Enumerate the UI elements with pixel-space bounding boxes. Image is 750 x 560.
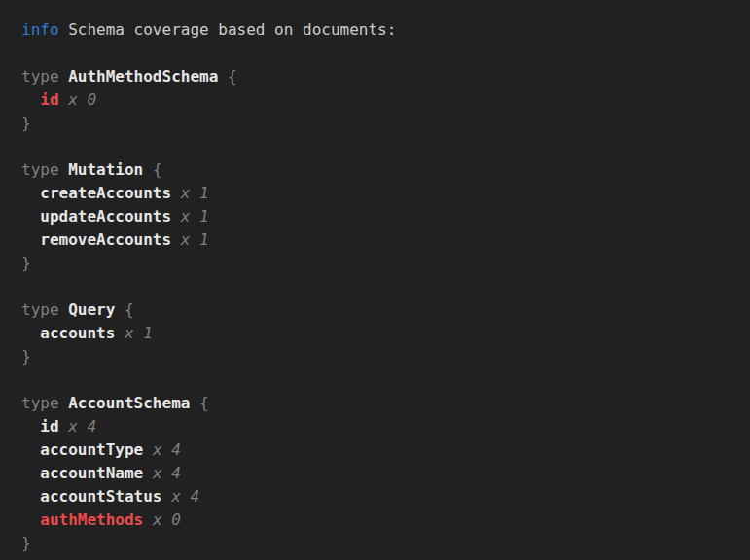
info-tag: info [21,20,59,39]
terminal-output: info Schema coverage based on documents:… [0,0,750,560]
field-row: accountStatus x 4 [21,485,740,508]
type-name: Query [68,300,115,319]
field-name: id [40,90,58,109]
field-name: accountStatus [40,487,161,506]
blank-line [21,275,740,298]
close-brace-line: } [21,112,740,135]
blank-line [21,135,740,158]
type-header: type AuthMethodSchema { [21,65,740,88]
field-count: x 1 [181,230,209,249]
info-message: Schema coverage based on documents: [68,20,396,39]
field-count: x 4 [171,487,199,506]
field-row: id x 4 [21,415,740,438]
field-row: accountType x 4 [21,438,740,462]
type-keyword: type [21,394,59,412]
close-brace-line: } [21,252,740,275]
type-keyword: type [21,300,59,319]
info-line: info Schema coverage based on documents: [21,18,740,42]
field-row: removeAccounts x 1 [21,228,740,252]
field-row: id x 0 [21,88,740,112]
open-brace: { [153,160,162,179]
close-brace: } [21,534,31,552]
field-row: accounts x 1 [21,322,740,345]
field-name: accountType [40,440,143,459]
close-brace-line: } [21,345,740,368]
blank-line [21,42,740,65]
open-brace: { [125,300,134,319]
field-name: accountName [40,464,143,482]
open-brace: { [228,67,237,86]
field-row: accountName x 4 [21,462,740,485]
field-count: x 4 [153,440,181,459]
field-row: updateAccounts x 1 [21,205,740,228]
type-header: type AccountSchema { [21,392,740,415]
field-count: x 1 [181,184,209,202]
type-name: AuthMethodSchema [68,67,218,86]
field-row: authMethods x 0 [21,508,740,532]
type-name: AccountSchema [68,394,190,412]
field-count: x 4 [68,417,96,436]
field-name: authMethods [40,510,143,529]
close-brace: } [21,114,31,132]
field-name: removeAccounts [40,230,171,249]
field-count: x 1 [125,324,153,342]
field-count: x 1 [181,207,209,226]
field-count: x 4 [153,464,181,482]
field-name: accounts [40,324,115,342]
type-header: type Query { [21,298,740,322]
type-keyword: type [21,160,59,179]
type-keyword: type [21,67,59,86]
type-header: type Mutation { [21,158,740,182]
close-brace-line: } [21,532,740,555]
field-name: id [40,417,58,436]
field-count: x 0 [153,510,181,529]
open-brace: { [199,394,209,412]
field-row: createAccounts x 1 [21,182,740,205]
field-count: x 0 [68,90,96,109]
close-brace: } [21,254,31,272]
field-name: updateAccounts [40,207,171,226]
close-brace: } [21,347,31,366]
blank-line [21,368,740,392]
field-name: createAccounts [40,184,171,202]
type-name: Mutation [68,160,143,179]
